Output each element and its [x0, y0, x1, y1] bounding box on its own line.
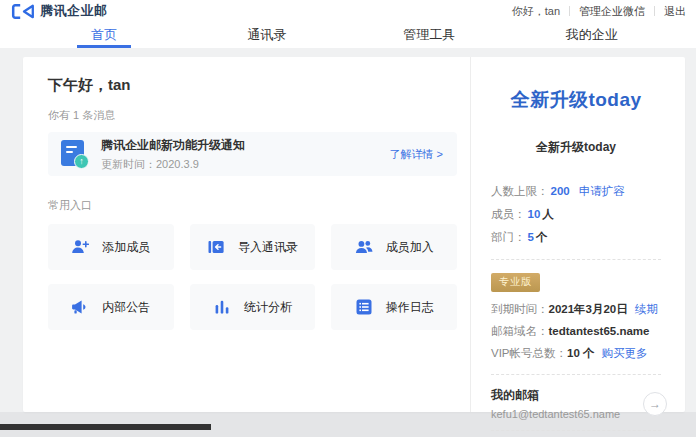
entry-operation-log[interactable]: 操作日志: [331, 284, 457, 330]
topbar: 腾讯企业邮 你好，tan 管理企业微信 退出: [0, 0, 696, 22]
plan-expiry-row: 到期时间：2021年3月20日续期: [491, 298, 661, 320]
entry-member-join[interactable]: 成员加入: [331, 224, 457, 270]
horizontal-scrollbar[interactable]: [0, 424, 211, 430]
notification-text: 腾讯企业邮新功能升级通知 更新时间：2020.3.9: [101, 137, 245, 172]
tab-my-company-label: 我的企业: [566, 26, 618, 44]
quick-entry-grid: 添加成员 导入通讯录: [48, 224, 457, 330]
my-mailbox: 我的邮箱 kefu1@tedtantest65.name →: [491, 387, 661, 420]
tab-admin-tools-label: 管理工具: [403, 26, 455, 44]
plan-value: 2021年3月20日: [549, 303, 628, 315]
plan-info: 到期时间：2021年3月20日续期 邮箱域名：tedtantest65.name…: [491, 298, 661, 364]
plan-vip-row: VIP帐号总数：10 个购买更多: [491, 342, 661, 364]
entry-label: 添加成员: [102, 239, 150, 256]
my-mailbox-title: 我的邮箱: [491, 387, 631, 404]
stat-members: 成员：10人: [491, 203, 661, 226]
expand-capacity-link[interactable]: 申请扩容: [579, 185, 625, 197]
exmail-logo-icon: [11, 3, 35, 20]
entry-label: 内部公告: [102, 299, 150, 316]
page-body: 下午好，tan 你有 1 条消息 ↑ 腾讯企业邮新功能升级通知 更新时间：202…: [0, 48, 696, 437]
exmail-admin-screen: 腾讯企业邮 你好，tan 管理企业微信 退出 首页 通讯录 管理工具 我的企业 …: [0, 0, 696, 437]
log-list-icon: [355, 298, 373, 316]
renew-link[interactable]: 续期: [635, 303, 658, 315]
entry-label: 成员加入: [386, 239, 434, 256]
notification-details-link[interactable]: 了解详情 >: [390, 147, 443, 162]
notification-title: 腾讯企业邮新功能升级通知: [101, 137, 245, 154]
content-card: 下午好，tan 你有 1 条消息 ↑ 腾讯企业邮新功能升级通知 更新时间：202…: [23, 57, 685, 412]
manage-wecom-link[interactable]: 管理企业微信: [579, 4, 645, 19]
entry-label: 导入通讯录: [238, 239, 298, 256]
entry-internal-announcement[interactable]: 内部公告: [48, 284, 174, 330]
stat-unit: 人: [542, 208, 554, 220]
main-panel: 下午好，tan 你有 1 条消息 ↑ 腾讯企业邮新功能升级通知 更新时间：202…: [23, 57, 470, 412]
entry-add-member[interactable]: 添加成员: [48, 224, 174, 270]
entry-label: 操作日志: [386, 299, 434, 316]
tab-contacts[interactable]: 通讯录: [186, 22, 349, 48]
brand-name: 腾讯企业邮: [40, 2, 108, 20]
person-add-icon: [71, 238, 89, 256]
divider: [491, 374, 661, 375]
topbar-user-links: 你好，tan 管理企业微信 退出: [512, 4, 686, 19]
arrow-up-icon: ↑: [74, 154, 89, 169]
stat-label: 人数上限：: [491, 185, 549, 197]
plan-label: 到期时间：: [491, 303, 549, 315]
sidebar: 全新升级today 全新升级today 人数上限：200申请扩容 成员：10人 …: [470, 57, 685, 412]
entry-statistics[interactable]: 统计分析: [190, 284, 316, 330]
plan-value: 10 个: [567, 347, 595, 359]
upgrade-subtitle: 全新升级today: [491, 139, 661, 156]
members-join-icon: [355, 238, 373, 256]
message-count: 你有 1 条消息: [48, 108, 457, 123]
upgrade-banner[interactable]: 全新升级today: [491, 87, 661, 113]
upgrade-notice-icon: ↑: [61, 139, 89, 169]
plan-domain-row: 邮箱域名：tedtantest65.name: [491, 320, 661, 342]
quick-entry-label: 常用入口: [48, 198, 457, 213]
brand: 腾讯企业邮: [11, 2, 108, 20]
tab-contacts-label: 通讯录: [247, 26, 286, 44]
stat-member-limit: 人数上限：200申请扩容: [491, 180, 661, 203]
notification-updated: 更新时间：2020.3.9: [101, 157, 245, 172]
nav-tabs: 首页 通讯录 管理工具 我的企业: [23, 22, 673, 48]
tab-my-company[interactable]: 我的企业: [511, 22, 674, 48]
open-mailbox-button[interactable]: →: [643, 392, 667, 416]
my-mailbox-email: kefu1@tedtantest65.name: [491, 408, 631, 420]
nav-tabs-bar: 首页 通讯录 管理工具 我的企业: [0, 22, 696, 49]
plan-value: tedtantest65.name: [549, 325, 650, 337]
stat-label: 成员：: [491, 208, 526, 220]
stat-label: 部门：: [491, 231, 526, 243]
stat-value: 10: [528, 208, 541, 220]
tab-home[interactable]: 首页: [23, 22, 186, 48]
tab-admin-tools[interactable]: 管理工具: [348, 22, 511, 48]
bar-chart-icon: [213, 298, 231, 316]
stat-value: 200: [551, 185, 570, 197]
tab-home-label: 首页: [91, 26, 117, 44]
divider: [654, 6, 655, 16]
page-greeting: 下午好，tan: [48, 76, 457, 95]
import-contacts-icon: [207, 238, 225, 256]
divider: [491, 430, 661, 431]
divider: [491, 259, 661, 260]
user-greeting: 你好，tan: [512, 4, 560, 19]
notification-item[interactable]: ↑ 腾讯企业邮新功能升级通知 更新时间：2020.3.9 了解详情 >: [48, 132, 457, 176]
divider: [569, 6, 570, 16]
megaphone-icon: [71, 298, 89, 316]
company-stats: 人数上限：200申请扩容 成员：10人 部门：5个: [491, 180, 661, 249]
plan-label: VIP帐号总数：: [491, 347, 567, 359]
arrow-right-icon: →: [649, 397, 661, 411]
stat-unit: 个: [536, 231, 548, 243]
logout-link[interactable]: 退出: [664, 4, 686, 19]
plan-badge: 专业版: [491, 273, 540, 292]
entry-label: 统计分析: [244, 299, 292, 316]
buy-more-link[interactable]: 购买更多: [602, 347, 648, 359]
stat-departments: 部门：5个: [491, 226, 661, 249]
stat-value: 5: [528, 231, 534, 243]
entry-import-contacts[interactable]: 导入通讯录: [190, 224, 316, 270]
plan-label: 邮箱域名：: [491, 325, 549, 337]
